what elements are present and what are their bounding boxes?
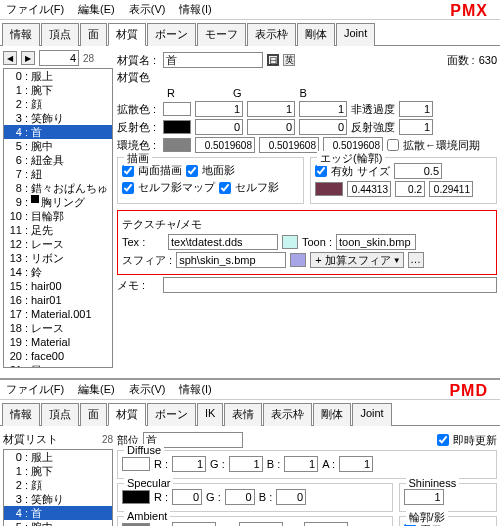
pmd-spec-b[interactable] bbox=[276, 489, 306, 505]
list-item[interactable]: 16 :hair01 bbox=[4, 293, 112, 307]
list-item[interactable]: 4 :首 bbox=[4, 125, 112, 139]
menu-file[interactable]: ファイル(F) bbox=[6, 2, 64, 17]
list-item[interactable]: 19 :Material bbox=[4, 335, 112, 349]
pmd-amb-g[interactable] bbox=[239, 522, 283, 526]
tab-material[interactable]: 材質 bbox=[108, 23, 146, 46]
menu-edit[interactable]: 編集(E) bbox=[78, 2, 115, 17]
ambient-g[interactable] bbox=[259, 137, 319, 153]
opacity-field[interactable] bbox=[399, 101, 433, 117]
list-item[interactable]: 10 :目輪郭 bbox=[4, 209, 112, 223]
tab-bone[interactable]: ボーン bbox=[147, 23, 196, 46]
groundshadow-checkbox[interactable] bbox=[186, 165, 198, 177]
selfshadow-checkbox[interactable] bbox=[219, 182, 231, 194]
diffuse-g[interactable] bbox=[247, 101, 295, 117]
tab-ik[interactable]: IK bbox=[197, 403, 223, 426]
list-item[interactable]: 21 :目 bbox=[4, 363, 112, 368]
pmd-spec-g[interactable] bbox=[225, 489, 255, 505]
menu-file[interactable]: ファイル(F) bbox=[6, 382, 64, 397]
list-item[interactable]: 9 :胸リング bbox=[4, 195, 112, 209]
reflect-r[interactable] bbox=[195, 119, 243, 135]
list-item[interactable]: 17 :Material.001 bbox=[4, 307, 112, 321]
selfmap-checkbox[interactable] bbox=[122, 182, 134, 194]
edge-r[interactable] bbox=[347, 181, 391, 197]
menu-edit[interactable]: 編集(E) bbox=[78, 382, 115, 397]
diffuse-r[interactable] bbox=[195, 101, 243, 117]
pmd-shine[interactable] bbox=[404, 489, 444, 505]
list-item[interactable]: 2 :顔 bbox=[4, 478, 112, 492]
ambient-r[interactable] bbox=[195, 137, 255, 153]
mat-next-button[interactable]: ▶ bbox=[21, 51, 35, 65]
edge-size-field[interactable] bbox=[394, 163, 442, 179]
pmd-diffuse-swatch[interactable] bbox=[122, 457, 150, 471]
tab-rigid[interactable]: 剛体 bbox=[313, 403, 351, 426]
mat-prev-button[interactable]: ◀ bbox=[3, 51, 17, 65]
list-item[interactable]: 20 :face00 bbox=[4, 349, 112, 363]
instant-checkbox[interactable] bbox=[437, 434, 449, 446]
spa-field[interactable] bbox=[176, 252, 286, 268]
reflect-g[interactable] bbox=[247, 119, 295, 135]
list-item[interactable]: 5 :腕中 bbox=[4, 139, 112, 153]
list-item[interactable]: 4 :首 bbox=[4, 506, 112, 520]
doubleside-checkbox[interactable] bbox=[122, 165, 134, 177]
menu-view[interactable]: 表示(V) bbox=[129, 2, 166, 17]
tex-preview[interactable] bbox=[282, 235, 298, 249]
pmd-amb-b[interactable] bbox=[304, 522, 348, 526]
list-item[interactable]: 11 :足先 bbox=[4, 223, 112, 237]
lang-jp-button[interactable]: 日 bbox=[267, 54, 279, 66]
memo-field[interactable] bbox=[163, 277, 497, 293]
list-item[interactable]: 0 :服上 bbox=[4, 69, 112, 83]
list-item[interactable]: 8 :錯々おぱんちゅ bbox=[4, 181, 112, 195]
reflect-swatch[interactable] bbox=[163, 120, 191, 134]
list-item[interactable]: 0 :服上 bbox=[4, 450, 112, 464]
tab-expr[interactable]: 表情 bbox=[224, 403, 262, 426]
list-item[interactable]: 5 :腕中 bbox=[4, 520, 112, 526]
list-item[interactable]: 3 :笑飾り bbox=[4, 492, 112, 506]
matname-field[interactable] bbox=[163, 52, 263, 68]
envsync-checkbox[interactable] bbox=[387, 139, 399, 151]
tab-info[interactable]: 情報 bbox=[2, 23, 40, 46]
list-item[interactable]: 2 :顔 bbox=[4, 97, 112, 111]
pmd-diffuse-a[interactable] bbox=[339, 456, 373, 472]
tab-info[interactable]: 情報 bbox=[2, 403, 40, 426]
list-item[interactable]: 3 :笑飾り bbox=[4, 111, 112, 125]
pmd-diffuse-g[interactable] bbox=[229, 456, 263, 472]
pmd-material-list[interactable]: 0 :服上1 :腕下2 :顔3 :笑飾り4 :首5 :腕中6 :紐7 :紐金具8… bbox=[3, 449, 113, 526]
tab-face[interactable]: 面 bbox=[80, 403, 107, 426]
list-item[interactable]: 1 :腕下 bbox=[4, 464, 112, 478]
spa-preview[interactable] bbox=[290, 253, 306, 267]
list-item[interactable]: 14 :鈴 bbox=[4, 265, 112, 279]
toon-field[interactable] bbox=[336, 234, 416, 250]
tab-vertex[interactable]: 頂点 bbox=[41, 23, 79, 46]
pmd-amb-r[interactable] bbox=[172, 522, 216, 526]
menu-info[interactable]: 情報(I) bbox=[179, 2, 211, 17]
pmd-diffuse-b[interactable] bbox=[284, 456, 318, 472]
reflect-b[interactable] bbox=[299, 119, 347, 135]
diffuse-swatch[interactable] bbox=[163, 102, 191, 116]
tab-frame[interactable]: 表示枠 bbox=[263, 403, 312, 426]
pmd-spec-swatch[interactable] bbox=[122, 490, 150, 504]
menu-view[interactable]: 表示(V) bbox=[129, 382, 166, 397]
mat-index-field[interactable] bbox=[39, 50, 79, 66]
ambient-swatch[interactable] bbox=[163, 138, 191, 152]
sphere-mode-dropdown[interactable]: + 加算スフィア bbox=[310, 252, 403, 268]
pmd-spec-r[interactable] bbox=[172, 489, 202, 505]
lang-en-button[interactable]: 英 bbox=[283, 54, 295, 66]
diffuse-b[interactable] bbox=[299, 101, 347, 117]
tab-vertex[interactable]: 頂点 bbox=[41, 403, 79, 426]
list-item[interactable]: 13 :リボン bbox=[4, 251, 112, 265]
sphere-open-button[interactable]: … bbox=[408, 252, 424, 268]
tab-face[interactable]: 面 bbox=[80, 23, 107, 46]
edge-valid-checkbox[interactable] bbox=[315, 165, 327, 177]
refstr-field[interactable] bbox=[399, 119, 433, 135]
list-item[interactable]: 6 :紐金具 bbox=[4, 153, 112, 167]
pmx-material-list[interactable]: 0 :服上1 :腕下2 :顔3 :笑飾り4 :首5 :腕中6 :紐金具7 :紐8… bbox=[3, 68, 113, 368]
tab-frame[interactable]: 表示枠 bbox=[247, 23, 296, 46]
tab-rigid[interactable]: 剛体 bbox=[297, 23, 335, 46]
tab-morph[interactable]: モーフ bbox=[197, 23, 246, 46]
menu-info[interactable]: 情報(I) bbox=[179, 382, 211, 397]
list-item[interactable]: 1 :腕下 bbox=[4, 83, 112, 97]
tex-field[interactable] bbox=[168, 234, 278, 250]
list-item[interactable]: 12 :レース bbox=[4, 237, 112, 251]
edge-swatch[interactable] bbox=[315, 182, 343, 196]
tab-material[interactable]: 材質 bbox=[108, 403, 146, 426]
